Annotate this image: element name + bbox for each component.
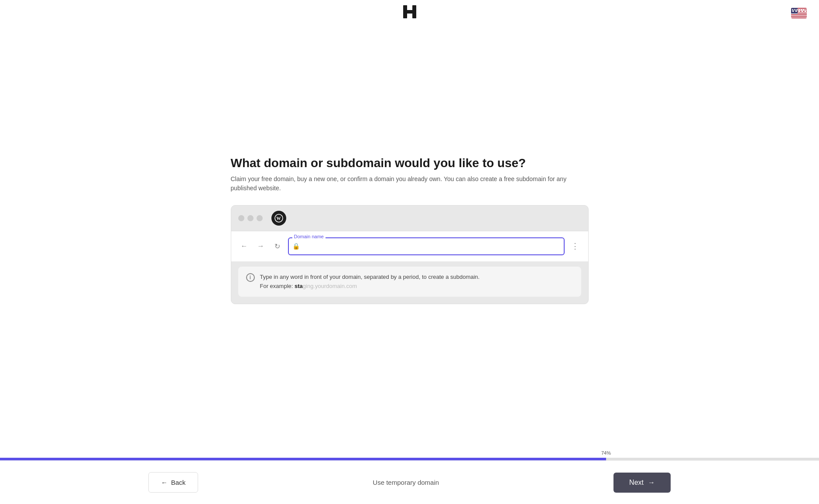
- info-example-label: For example:: [260, 283, 295, 289]
- temp-domain-label: Use temporary domain: [373, 479, 439, 486]
- info-text: Type in any word in front of your domain…: [260, 273, 480, 291]
- header: ★★★★★★ ★★★★★★: [0, 0, 819, 26]
- progress-label: 74%: [600, 450, 613, 456]
- svg-text:W: W: [276, 216, 281, 221]
- svg-rect-8: [791, 15, 807, 16]
- logo: [402, 4, 418, 23]
- temp-domain-button[interactable]: Use temporary domain: [373, 479, 439, 486]
- svg-rect-9: [791, 17, 807, 17]
- domain-label: Domain name: [292, 234, 326, 239]
- footer: ← Back Use temporary domain Next →: [0, 460, 819, 504]
- browser-dots: [238, 215, 263, 221]
- info-box: i Type in any word in front of your doma…: [238, 267, 581, 297]
- back-button-label: Back: [171, 479, 185, 486]
- content-box: What domain or subdomain would you like …: [231, 156, 589, 305]
- svg-rect-7: [791, 14, 807, 14]
- info-example-domain: ging.yourdomain.com: [303, 283, 357, 289]
- info-icon: i: [246, 273, 255, 282]
- info-message: Type in any word in front of your domain…: [260, 274, 480, 280]
- more-options-button[interactable]: ⋮: [569, 240, 581, 252]
- browser-refresh-button[interactable]: ↻: [271, 240, 284, 252]
- browser-forward-button[interactable]: →: [255, 240, 267, 252]
- back-button[interactable]: ← Back: [148, 472, 198, 493]
- logo-icon: [402, 4, 418, 20]
- lock-icon: 🔒: [292, 243, 300, 250]
- wordpress-icon: W: [271, 211, 286, 226]
- domain-input[interactable]: [288, 237, 565, 255]
- main-content: What domain or subdomain would you like …: [0, 26, 819, 460]
- back-arrow-icon: ←: [161, 479, 168, 486]
- svg-text:★★★★★★: ★★★★★★: [792, 8, 805, 11]
- language-flag[interactable]: ★★★★★★ ★★★★★★: [791, 8, 807, 18]
- browser-address-bar: ← → ↻ Domain name 🔒 ⋮: [231, 231, 588, 261]
- next-arrow-icon: →: [648, 479, 655, 487]
- browser-back-button[interactable]: ←: [238, 240, 250, 252]
- next-button[interactable]: Next →: [613, 473, 671, 493]
- next-button-label: Next: [629, 479, 644, 487]
- svg-rect-2: [403, 10, 416, 14]
- page-subtitle: Claim your free domain, buy a new one, o…: [231, 175, 589, 193]
- browser-mockup: W ← → ↻ Domain name 🔒 ⋮ i: [231, 205, 589, 305]
- browser-top-bar: W: [231, 206, 588, 231]
- browser-dot-3: [257, 215, 263, 221]
- browser-dot-1: [238, 215, 244, 221]
- page-title: What domain or subdomain would you like …: [231, 156, 589, 170]
- browser-dot-2: [247, 215, 254, 221]
- info-example-prefix: sta: [295, 283, 303, 289]
- domain-input-wrapper: Domain name 🔒: [288, 237, 565, 255]
